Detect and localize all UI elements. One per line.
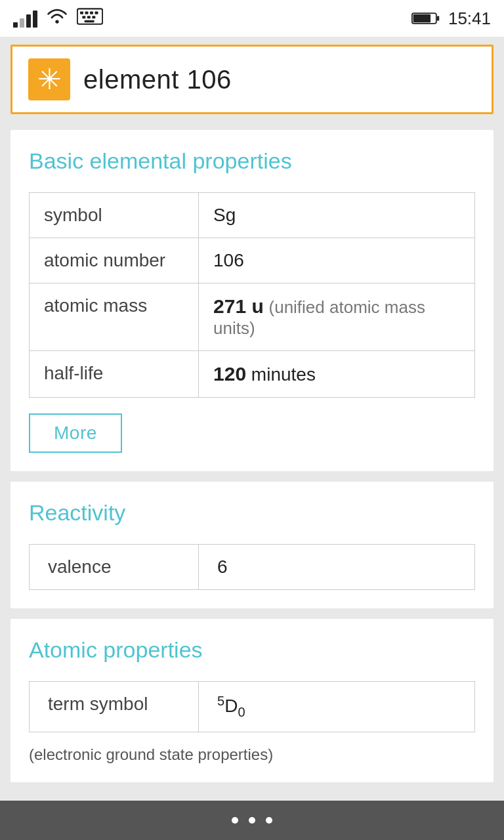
basic-properties-card: Basic elemental properties symbol Sg ato… <box>10 130 494 471</box>
svg-rect-6 <box>82 16 85 18</box>
wifi-icon <box>45 7 69 30</box>
half-life-value: 120 <box>213 363 246 385</box>
more-button[interactable]: More <box>29 413 122 453</box>
table-row: valence 6 <box>30 545 475 590</box>
reactivity-table: valence 6 <box>29 544 475 590</box>
status-time: 15:41 <box>448 9 491 29</box>
svg-rect-7 <box>87 16 91 18</box>
basic-properties-table: symbol Sg atomic number 106 atomic mass … <box>29 192 475 398</box>
status-left <box>13 7 103 30</box>
svg-rect-9 <box>85 20 94 22</box>
atomic-properties-card: Atomic properties term symbol 5D0 (elect… <box>10 619 494 782</box>
prop-label-atomic-number: atomic number <box>30 238 199 284</box>
term-symbol-value: 5D0 <box>217 696 245 716</box>
bottom-dot-2 <box>249 817 255 824</box>
battery-icon <box>411 10 440 26</box>
svg-rect-8 <box>92 16 95 18</box>
reactivity-card: Reactivity valence 6 <box>10 482 494 608</box>
prop-value-symbol: Sg <box>199 193 475 238</box>
prop-label-term-symbol: term symbol <box>30 682 199 732</box>
table-row: term symbol 5D0 <box>30 682 475 732</box>
keyboard-icon <box>77 7 103 30</box>
prop-label-valence: valence <box>30 545 199 590</box>
atomic-properties-footnote: (electronic ground state properties) <box>29 746 475 764</box>
table-row: half-life 120 minutes <box>30 351 475 398</box>
atomic-properties-table: term symbol 5D0 <box>29 681 475 732</box>
reactivity-title: Reactivity <box>29 500 475 526</box>
status-right: 15:41 <box>411 9 491 29</box>
app-logo-star: ✳ <box>37 65 62 94</box>
table-row: symbol Sg <box>30 193 475 238</box>
bottom-dot-1 <box>232 817 238 824</box>
prop-value-valence: 6 <box>199 545 475 590</box>
app-header: ✳ element 106 <box>10 45 494 114</box>
prop-value-atomic-number: 106 <box>199 238 475 284</box>
content: Basic elemental properties symbol Sg ato… <box>0 122 504 790</box>
svg-point-0 <box>55 20 58 23</box>
prop-value-atomic-mass: 271 u (unified atomic mass units) <box>199 284 475 351</box>
half-life-unit: minutes <box>251 364 316 385</box>
bottom-bar <box>0 801 504 840</box>
svg-rect-2 <box>80 11 83 14</box>
prop-label-symbol: symbol <box>30 193 199 238</box>
basic-properties-title: Basic elemental properties <box>29 148 475 174</box>
bottom-dot-3 <box>266 817 272 824</box>
table-row: atomic mass 271 u (unified atomic mass u… <box>30 284 475 351</box>
atomic-mass-value: 271 u <box>213 295 264 317</box>
prop-value-term-symbol: 5D0 <box>199 682 475 732</box>
svg-rect-12 <box>437 16 440 20</box>
prop-value-half-life: 120 minutes <box>199 351 475 398</box>
status-bar: 15:41 <box>0 0 504 37</box>
app-logo: ✳ <box>28 58 70 100</box>
prop-label-half-life: half-life <box>30 351 199 398</box>
svg-rect-11 <box>413 14 430 22</box>
prop-label-atomic-mass: atomic mass <box>30 284 199 351</box>
svg-rect-4 <box>90 11 93 14</box>
app-title: element 106 <box>83 65 232 94</box>
svg-rect-5 <box>95 11 98 14</box>
signal-icon <box>13 9 37 28</box>
svg-rect-3 <box>85 11 89 14</box>
table-row: atomic number 106 <box>30 238 475 284</box>
atomic-properties-title: Atomic properties <box>29 637 475 663</box>
